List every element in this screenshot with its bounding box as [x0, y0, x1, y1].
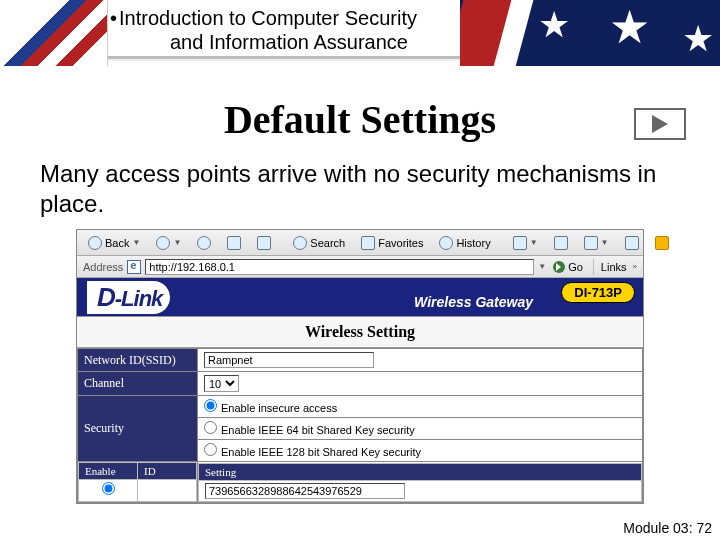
chevron-down-icon: ▼	[173, 238, 181, 247]
router-header: D-Link Wireless Gateway DI-713P	[77, 278, 643, 316]
sec-opt1-label: Enable insecure access	[221, 402, 337, 414]
settings-table: Network ID(SSID) Channel 10 Security Ena…	[77, 348, 643, 503]
stop-icon	[197, 236, 211, 250]
table-row: Network ID(SSID)	[78, 349, 643, 372]
channel-label: Channel	[78, 372, 198, 396]
model-badge: DI-713P	[561, 282, 635, 303]
go-label: Go	[568, 261, 583, 273]
mail-icon	[513, 236, 527, 250]
address-bar: Address ▼ Go Links »	[77, 256, 643, 278]
brand-logo: D-Link	[87, 281, 170, 314]
ie-page-icon	[127, 260, 141, 274]
security-option-128bit[interactable]: Enable IEEE 128 bit Shared Key security	[204, 446, 421, 458]
browser-window: Back ▼ ▼ Search Favorites History	[76, 229, 644, 504]
key-id-cell: 1	[138, 480, 197, 502]
print-button[interactable]	[549, 233, 573, 253]
links-chevron-icon[interactable]: »	[633, 262, 637, 271]
home-button[interactable]	[252, 233, 276, 253]
table-row: EnableID 1 Setting	[78, 462, 643, 503]
history-icon	[439, 236, 453, 250]
play-button[interactable]	[634, 108, 686, 140]
chevron-down-icon: ▼	[530, 238, 538, 247]
section-title: Wireless Setting	[77, 316, 643, 348]
banner-line-1: Introduction to Computer Security	[110, 6, 450, 30]
back-label: Back	[105, 237, 129, 249]
security-label: Security	[78, 396, 198, 462]
print-icon	[554, 236, 568, 250]
favorites-button[interactable]: Favorites	[356, 233, 428, 253]
chevron-down-icon[interactable]: ▼	[538, 262, 546, 271]
history-button[interactable]: History	[434, 233, 495, 253]
forward-icon	[156, 236, 170, 250]
ie-toolbar: Back ▼ ▼ Search Favorites History	[77, 230, 643, 256]
messenger-icon	[655, 236, 669, 250]
chevron-down-icon: ▼	[601, 238, 609, 247]
key-header-id: ID	[138, 463, 197, 480]
radio-128bit[interactable]	[204, 443, 217, 456]
key-enable-radio[interactable]	[102, 482, 115, 495]
search-label: Search	[310, 237, 345, 249]
slide-footer: Module 03: 72	[623, 520, 712, 536]
history-label: History	[456, 237, 490, 249]
banner-underline	[108, 56, 460, 59]
go-button[interactable]: Go	[550, 260, 586, 274]
search-button[interactable]: Search	[288, 233, 350, 253]
banner-line-2: and Information Assurance	[110, 30, 450, 54]
messenger-button[interactable]	[650, 233, 674, 253]
sec-opt3-label: Enable IEEE 128 bit Shared Key security	[221, 446, 421, 458]
key-setting-input[interactable]	[205, 483, 405, 499]
table-row: Channel 10	[78, 372, 643, 396]
flag-right-graphic: ★ ★ ★	[460, 0, 720, 66]
product-name: Wireless Gateway	[414, 294, 533, 310]
address-label: Address	[83, 261, 123, 273]
ssid-input[interactable]	[204, 352, 374, 368]
key-header-setting: Setting	[199, 463, 642, 480]
banner-title: Introduction to Computer Security and In…	[110, 6, 450, 54]
table-row: Security Enable insecure access	[78, 396, 643, 418]
edit-icon	[584, 236, 598, 250]
discuss-button[interactable]	[620, 233, 644, 253]
flag-left-graphic	[0, 0, 108, 66]
play-icon	[652, 115, 668, 133]
star-icon: ★	[609, 0, 650, 54]
radio-insecure[interactable]	[204, 399, 217, 412]
chevron-down-icon: ▼	[132, 238, 140, 247]
star-icon: ★	[538, 4, 570, 46]
slide-body-text: Many access points arrive with no securi…	[40, 159, 680, 219]
links-label: Links	[601, 261, 627, 273]
sec-opt2-label: Enable IEEE 64 bit Shared Key security	[221, 424, 415, 436]
go-icon	[553, 261, 565, 273]
home-icon	[257, 236, 271, 250]
back-icon	[88, 236, 102, 250]
forward-button[interactable]: ▼	[151, 233, 186, 253]
search-icon	[293, 236, 307, 250]
favorites-icon	[361, 236, 375, 250]
ssid-label: Network ID(SSID)	[78, 349, 198, 372]
star-icon: ★	[682, 18, 714, 60]
back-button[interactable]: Back ▼	[83, 233, 145, 253]
mail-button[interactable]: ▼	[508, 233, 543, 253]
security-option-64bit[interactable]: Enable IEEE 64 bit Shared Key security	[204, 424, 415, 436]
slide-title: Default Settings	[0, 96, 720, 143]
stop-button[interactable]	[192, 233, 216, 253]
refresh-icon	[227, 236, 241, 250]
refresh-button[interactable]	[222, 233, 246, 253]
channel-select[interactable]: 10	[204, 375, 239, 392]
favorites-label: Favorites	[378, 237, 423, 249]
key-header-enable: Enable	[79, 463, 138, 480]
slide-banner: Introduction to Computer Security and In…	[0, 0, 720, 66]
security-option-insecure[interactable]: Enable insecure access	[204, 402, 337, 414]
toolbar-separator	[593, 259, 594, 275]
router-page: Wireless Setting Network ID(SSID) Channe…	[77, 316, 643, 503]
edit-button[interactable]: ▼	[579, 233, 614, 253]
discuss-icon	[625, 236, 639, 250]
radio-64bit[interactable]	[204, 421, 217, 434]
address-input[interactable]	[145, 259, 534, 275]
